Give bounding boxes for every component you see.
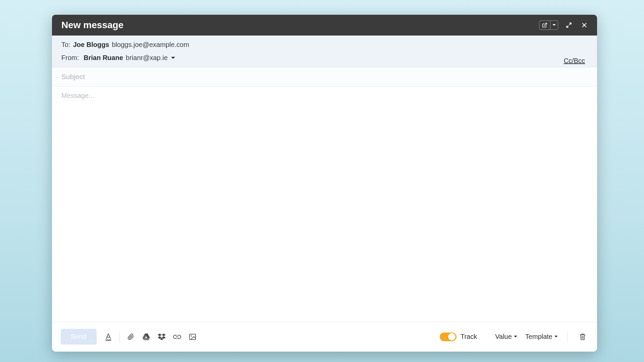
maximize-button[interactable]	[564, 20, 574, 30]
svg-line-0	[544, 23, 547, 25]
trash-icon	[579, 333, 586, 341]
popout-group	[539, 20, 558, 30]
discard-button[interactable]	[577, 331, 588, 343]
toolbar-right: Track Value Template	[440, 331, 588, 343]
chevron-down-icon	[171, 57, 175, 59]
popout-icon	[542, 22, 547, 28]
dropbox-icon	[158, 334, 166, 340]
to-label: To:	[61, 41, 70, 49]
divider	[567, 331, 568, 343]
paperclip-icon	[127, 333, 134, 341]
cc-bcc-link[interactable]: Cc/Bcc	[564, 57, 585, 65]
svg-rect-14	[190, 334, 196, 339]
toolbar-left: Send	[61, 329, 198, 345]
close-button[interactable]	[580, 20, 589, 30]
titlebar-controls	[539, 20, 589, 30]
track-group: Track	[440, 333, 477, 341]
svg-point-15	[191, 335, 192, 337]
from-name: Brian Ruane	[84, 54, 123, 62]
subject-input[interactable]	[61, 67, 588, 86]
value-dropdown[interactable]: Value	[495, 333, 517, 341]
window-title: New message	[61, 20, 123, 31]
track-label: Track	[461, 333, 477, 341]
value-label: Value	[495, 333, 512, 341]
body-area	[52, 86, 597, 321]
message-textarea[interactable]	[61, 92, 588, 316]
dropbox-button[interactable]	[156, 331, 167, 343]
subject-row	[52, 67, 597, 86]
titlebar: New message	[52, 15, 597, 36]
insert-image-button[interactable]	[187, 331, 198, 343]
svg-marker-10	[162, 334, 166, 336]
from-row[interactable]: From: Brian Ruane brianr@xap.ie	[61, 51, 588, 64]
from-email: brianr@xap.ie	[126, 54, 168, 62]
to-row[interactable]: To: Joe Bloggs bloggs.joe@example.com	[61, 38, 588, 51]
address-section: To: Joe Bloggs bloggs.joe@example.com Fr…	[52, 36, 597, 67]
template-label: Template	[525, 333, 552, 341]
compose-window: New message To: Joe Bloggs bloggs.joe@ex…	[52, 15, 597, 352]
svg-rect-5	[105, 340, 111, 341]
to-email: bloggs.joe@example.com	[112, 41, 189, 49]
divider	[119, 331, 120, 343]
to-name: Joe Bloggs	[73, 41, 109, 49]
svg-marker-9	[158, 334, 162, 336]
from-dropdown[interactable]	[171, 57, 175, 59]
google-drive-icon	[142, 333, 150, 341]
text-format-button[interactable]	[103, 331, 114, 343]
attach-button[interactable]	[125, 331, 137, 343]
google-drive-button[interactable]	[141, 331, 152, 343]
chevron-down-icon	[552, 23, 556, 27]
text-format-icon	[105, 333, 112, 341]
expand-icon	[566, 22, 572, 28]
chevron-down-icon	[514, 336, 517, 338]
popout-dropdown[interactable]	[550, 21, 558, 29]
popout-button[interactable]	[539, 21, 550, 29]
link-icon	[173, 335, 181, 339]
close-icon	[581, 22, 587, 28]
template-dropdown[interactable]: Template	[525, 333, 558, 341]
chevron-down-icon	[554, 336, 558, 338]
send-button[interactable]: Send	[61, 329, 97, 345]
from-label: From:	[61, 54, 79, 62]
toolbar: Send	[52, 321, 597, 352]
track-toggle[interactable]	[440, 333, 457, 341]
toggle-knob	[448, 333, 455, 341]
image-icon	[189, 334, 196, 340]
insert-link-button[interactable]	[171, 331, 183, 343]
